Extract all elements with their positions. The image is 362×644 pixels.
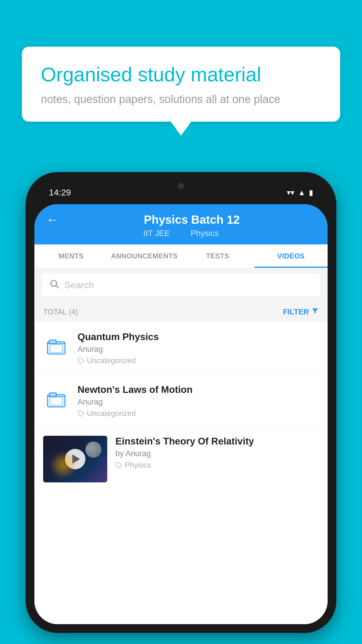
video-info: Einstein's Theory Of Relativity by Anura… xyxy=(115,436,319,470)
tag-label: Uncategorized xyxy=(87,409,136,418)
wifi-icon: ▾▾ xyxy=(287,188,294,197)
filter-button[interactable]: FILTER xyxy=(283,307,319,317)
filter-icon xyxy=(311,307,319,317)
back-button[interactable]: ← xyxy=(46,212,59,227)
app-bar-title: Physics Batch 12 xyxy=(68,213,316,226)
svg-line-1 xyxy=(56,286,58,288)
tab-videos[interactable]: VIDEOS xyxy=(254,244,328,268)
filter-label: FILTER xyxy=(283,307,309,316)
status-bar: 14:29 ▾▾ ▲ ▮ xyxy=(34,181,328,204)
app-bar: ← Physics Batch 12 IIT JEE Physics xyxy=(34,204,328,244)
video-author: by Anurag xyxy=(115,449,319,458)
tab-announcements[interactable]: ANNOUNCEMENTS xyxy=(108,244,181,268)
app-bar-tag2: Physics xyxy=(191,229,219,238)
status-time: 14:29 xyxy=(49,188,71,197)
search-box[interactable]: Search xyxy=(41,273,321,297)
phone-container: 14:29 ▾▾ ▲ ▮ ← Physics Batch 12 IIT JEE xyxy=(26,172,336,633)
video-title: Quantum Physics xyxy=(78,331,319,342)
total-count: TOTAL (4) xyxy=(43,307,78,316)
list-item[interactable]: Newton's Laws of Motion Anurag Uncategor… xyxy=(34,375,328,428)
app-bar-tag1: IIT JEE xyxy=(143,229,170,238)
phone-outer: 14:29 ▾▾ ▲ ▮ ← Physics Batch 12 IIT JEE xyxy=(26,172,336,633)
video-title: Newton's Laws of Motion xyxy=(78,384,319,395)
svg-rect-4 xyxy=(50,344,62,352)
thumbnail-glow xyxy=(52,453,75,477)
app-bar-top: ← Physics Batch 12 xyxy=(46,212,316,227)
speech-bubble: Organised study material notes, question… xyxy=(22,47,340,122)
folder-icon xyxy=(43,333,69,359)
svg-rect-7 xyxy=(49,393,56,396)
video-list: Quantum Physics Anurag Uncategorized xyxy=(34,322,328,624)
svg-rect-3 xyxy=(49,340,56,344)
video-tag: Physics xyxy=(115,461,319,470)
video-info: Quantum Physics Anurag Uncategorized xyxy=(78,331,319,365)
filter-bar: TOTAL (4) FILTER xyxy=(34,302,328,322)
search-placeholder: Search xyxy=(64,280,94,290)
thumbnail-planet xyxy=(85,442,101,458)
tag-label: Uncategorized xyxy=(87,356,136,365)
phone-screen: ← Physics Batch 12 IIT JEE Physics MENTS… xyxy=(34,204,328,624)
tabs-container: MENTS ANNOUNCEMENTS TESTS VIDEOS xyxy=(34,244,328,268)
signal-icon: ▲ xyxy=(298,188,305,197)
tab-ments[interactable]: MENTS xyxy=(34,244,108,268)
folder-icon xyxy=(43,386,69,412)
camera-dot xyxy=(178,183,184,189)
list-item[interactable]: Quantum Physics Anurag Uncategorized xyxy=(34,322,328,375)
list-item[interactable]: Einstein's Theory Of Relativity by Anura… xyxy=(34,428,328,491)
app-bar-subtitle: IIT JEE Physics xyxy=(46,229,316,238)
search-icon xyxy=(49,279,59,291)
video-thumbnail[interactable] xyxy=(43,436,107,482)
video-info: Newton's Laws of Motion Anurag Uncategor… xyxy=(78,384,319,418)
video-author: Anurag xyxy=(78,345,319,354)
status-icons: ▾▾ ▲ ▮ xyxy=(287,188,313,197)
video-title: Einstein's Theory Of Relativity xyxy=(115,436,319,447)
svg-rect-8 xyxy=(50,397,62,405)
speech-bubble-subtext: notes, question papers, solutions all at… xyxy=(41,93,321,106)
video-author: Anurag xyxy=(78,398,319,407)
video-tag: Uncategorized xyxy=(78,409,319,418)
tab-tests[interactable]: TESTS xyxy=(181,244,254,268)
video-tag: Uncategorized xyxy=(78,356,319,365)
speech-bubble-heading: Organised study material xyxy=(41,63,321,87)
tag-label: Physics xyxy=(125,461,151,470)
notch xyxy=(164,178,198,194)
search-container: Search xyxy=(34,268,328,302)
speech-bubble-container: Organised study material notes, question… xyxy=(22,47,340,122)
app-bar-separator xyxy=(179,229,182,238)
battery-icon: ▮ xyxy=(309,188,313,197)
